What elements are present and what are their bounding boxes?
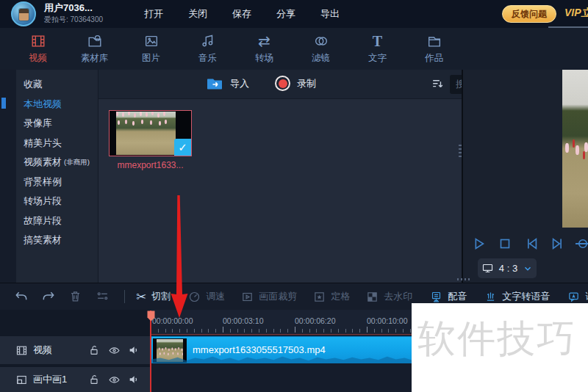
chevron-down-icon	[523, 264, 533, 274]
user-id: 爱拍号: 70364300	[44, 15, 103, 23]
sidebar-item-funny-material[interactable]: 搞笑素材	[16, 231, 98, 250]
remove-watermark-icon	[366, 291, 379, 303]
delete-icon[interactable]	[68, 289, 83, 304]
play-button[interactable]	[470, 236, 487, 252]
avatar-face	[19, 9, 29, 21]
tab-text[interactable]: T 文字	[349, 28, 406, 70]
video-thumbnail	[116, 112, 176, 155]
previous-frame-button[interactable]	[523, 236, 539, 252]
tool-crop-frame[interactable]: 画面裁剪	[241, 290, 297, 303]
import-label: 导入	[230, 77, 249, 90]
record-icon	[275, 76, 290, 91]
feedback-button[interactable]: 反馈问题	[502, 5, 556, 23]
speed-icon	[188, 291, 201, 303]
video-editor-window: 用户7036... 爱拍号: 70364300 打开 关闭 保存 分享 导出 反…	[0, 0, 588, 392]
preview-video	[562, 70, 588, 228]
playhead[interactable]	[150, 311, 151, 392]
image-icon	[143, 33, 159, 49]
tool-dubbing[interactable]: 配音	[430, 290, 467, 303]
tab-label: 图片	[142, 52, 160, 65]
sidebar-item-local-video[interactable]: 本地视频	[16, 95, 98, 115]
visibility-eye-icon[interactable]	[108, 374, 121, 386]
mute-speaker-icon[interactable]	[128, 344, 140, 357]
music-icon	[200, 33, 216, 49]
tab-label: 视频	[29, 52, 47, 65]
tab-music[interactable]: 音乐	[179, 28, 236, 70]
import-button[interactable]: 导入	[206, 76, 249, 92]
aspect-ratio-value: 4 : 3	[499, 263, 517, 274]
tab-label: 滤镜	[312, 52, 330, 65]
sidebar-item-recording-library[interactable]: 录像库	[16, 114, 98, 134]
tool-speech-to-text[interactable]: 语音转文字	[567, 290, 588, 303]
tab-filter[interactable]: 滤镜	[293, 28, 349, 70]
tab-label: 作品	[425, 52, 443, 65]
visibility-eye-icon[interactable]	[108, 344, 121, 357]
stop-button[interactable]	[497, 236, 513, 252]
ruler-timestamp: 00:00:03:10	[223, 316, 263, 325]
menu-export[interactable]: 导出	[320, 7, 340, 21]
sort-icon[interactable]	[431, 77, 445, 91]
tool-freeze-frame[interactable]: 定格	[313, 290, 350, 303]
avatar[interactable]	[11, 1, 36, 26]
tool-text-to-speech[interactable]: 文字转语音	[484, 290, 550, 303]
tab-works[interactable]: 作品	[406, 28, 462, 70]
lock-icon[interactable]	[88, 344, 101, 357]
media-tabs: 视频 素材库 图片 音乐 ⇄ 转场 滤镜	[0, 28, 588, 70]
sidebar-item-transition-clips[interactable]: 转场片段	[16, 192, 98, 211]
tool-cut[interactable]: ✂ 切割	[136, 290, 171, 303]
tool-speed[interactable]: 调速	[188, 290, 225, 303]
tab-label: 素材库	[81, 52, 109, 65]
playhead-flag[interactable]	[147, 311, 155, 322]
lock-icon[interactable]	[88, 374, 101, 386]
sidebar-item-video-material[interactable]: 视频素材(非商用)	[16, 153, 98, 173]
redo-icon[interactable]	[41, 289, 56, 304]
menu-open[interactable]: 打开	[144, 7, 163, 21]
tab-material-library[interactable]: 素材库	[66, 28, 123, 70]
tab-video[interactable]: 视频	[10, 28, 66, 70]
playback-controls	[470, 233, 588, 254]
scissors-icon: ✂	[136, 291, 146, 303]
freeze-frame-icon	[313, 291, 326, 303]
sidebar-item-favorites[interactable]: 收藏	[16, 75, 98, 95]
panel-resize-handle-horizontal[interactable]	[457, 278, 470, 280]
track-header-video: 视频	[0, 336, 151, 364]
ruler-timestamp: 00:00:10:00	[367, 316, 407, 325]
tab-label: 音乐	[198, 52, 217, 65]
record-button[interactable]: 录制	[275, 76, 316, 91]
aspect-ratio-dropdown[interactable]: 4 : 3	[478, 258, 537, 278]
picture-in-picture-icon	[15, 374, 28, 386]
tab-image[interactable]: 图片	[123, 28, 179, 70]
ruler-timestamp: 00:00:06:20	[295, 316, 335, 325]
panel-resize-handle-vertical[interactable]	[459, 145, 462, 158]
menu-share[interactable]: 分享	[276, 7, 295, 21]
user-name: 用户7036...	[44, 3, 103, 13]
sidebar-item-intros[interactable]: 精美片头	[16, 134, 98, 153]
sidebar-item-background-samples[interactable]: 背景样例	[16, 173, 98, 192]
import-folder-icon	[206, 76, 223, 92]
speech-to-text-icon	[567, 291, 580, 303]
selected-check-icon[interactable]: ✓	[174, 139, 191, 156]
non-commercial-suffix: (非商用)	[64, 158, 90, 167]
text-to-speech-icon	[484, 291, 497, 303]
preview-panel: 4 : 3	[462, 70, 588, 283]
sidebar-item-glitch-clips[interactable]: 故障片段	[16, 211, 98, 231]
progress-slider-track[interactable]	[576, 243, 588, 244]
tab-label: 转场	[255, 52, 273, 65]
menu-close[interactable]: 关闭	[188, 7, 207, 21]
tab-label: 文字	[368, 52, 387, 65]
menu-save[interactable]: 保存	[232, 7, 251, 21]
vip-label[interactable]: VIP立	[564, 7, 588, 20]
watermark-panel: 软件技巧	[412, 303, 588, 392]
filter-icon	[313, 33, 329, 49]
title-bar: 用户7036... 爱拍号: 70364300 打开 关闭 保存 分享 导出 反…	[0, 0, 588, 28]
tool-remove-watermark[interactable]: 去水印	[366, 290, 412, 303]
undo-icon[interactable]	[14, 289, 29, 304]
media-card[interactable]: ✓	[109, 110, 192, 156]
main-menu: 打开 关闭 保存 分享 导出	[144, 0, 340, 28]
next-frame-button[interactable]	[550, 236, 566, 252]
mute-speaker-icon[interactable]	[128, 374, 140, 386]
film-icon	[30, 33, 46, 49]
adjust-icon[interactable]	[96, 289, 110, 304]
user-info: 用户7036... 爱拍号: 70364300	[44, 3, 103, 23]
tab-transition[interactable]: ⇄ 转场	[236, 28, 293, 70]
